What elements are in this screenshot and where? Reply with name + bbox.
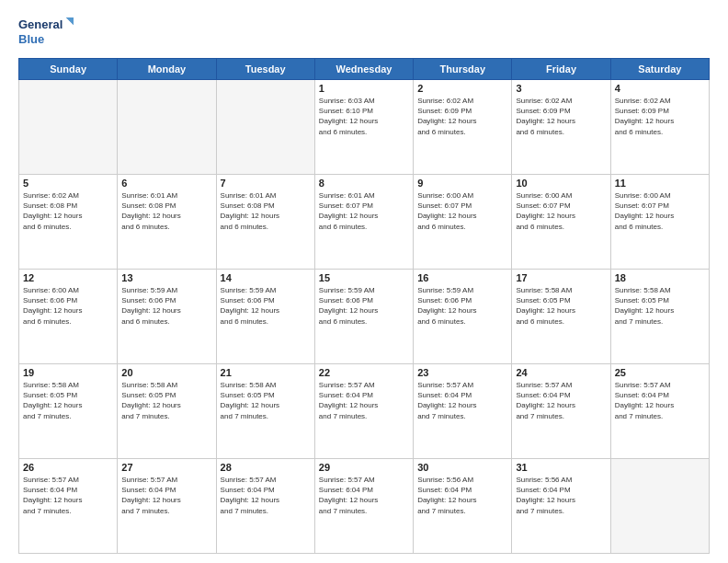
logo-svg: General Blue (18, 14, 74, 49)
calendar-cell: 19Sunrise: 5:58 AM Sunset: 6:05 PM Dayli… (19, 364, 118, 459)
calendar-cell (216, 80, 314, 175)
day-info: Sunrise: 6:01 AM Sunset: 6:08 PM Dayligh… (121, 190, 211, 232)
day-info: Sunrise: 5:59 AM Sunset: 6:06 PM Dayligh… (417, 285, 507, 327)
day-info: Sunrise: 5:58 AM Sunset: 6:05 PM Dayligh… (221, 380, 311, 421)
calendar-cell: 11Sunrise: 6:00 AM Sunset: 6:07 PM Dayli… (610, 175, 709, 270)
days-header-row: SundayMondayTuesdayWednesdayThursdayFrid… (19, 59, 710, 80)
day-header-sunday: Sunday (19, 59, 118, 80)
calendar-cell: 15Sunrise: 5:59 AM Sunset: 6:06 PM Dayli… (314, 270, 413, 364)
svg-marker-3 (66, 17, 74, 25)
day-info: Sunrise: 5:57 AM Sunset: 6:04 PM Dayligh… (23, 475, 113, 516)
calendar-cell (610, 459, 709, 554)
day-info: Sunrise: 5:58 AM Sunset: 6:05 PM Dayligh… (516, 285, 606, 327)
day-number: 30 (417, 462, 507, 473)
calendar-cell: 9Sunrise: 6:00 AM Sunset: 6:07 PM Daylig… (414, 175, 512, 270)
day-number: 24 (516, 367, 606, 378)
day-header-tuesday: Tuesday (216, 59, 314, 80)
day-header-thursday: Thursday (414, 59, 512, 80)
day-info: Sunrise: 6:00 AM Sunset: 6:07 PM Dayligh… (615, 190, 705, 232)
day-info: Sunrise: 5:57 AM Sunset: 6:04 PM Dayligh… (417, 380, 507, 421)
day-number: 23 (417, 367, 507, 378)
svg-text:Blue: Blue (18, 32, 44, 46)
calendar-cell: 30Sunrise: 5:56 AM Sunset: 6:04 PM Dayli… (414, 459, 512, 554)
day-info: Sunrise: 5:59 AM Sunset: 6:06 PM Dayligh… (221, 285, 311, 327)
day-number: 5 (23, 178, 113, 189)
day-info: Sunrise: 5:58 AM Sunset: 6:05 PM Dayligh… (121, 380, 211, 421)
calendar-cell: 6Sunrise: 6:01 AM Sunset: 6:08 PM Daylig… (118, 175, 216, 270)
calendar-cell: 24Sunrise: 5:57 AM Sunset: 6:04 PM Dayli… (512, 364, 610, 459)
day-info: Sunrise: 6:01 AM Sunset: 6:07 PM Dayligh… (319, 190, 409, 232)
day-info: Sunrise: 6:02 AM Sunset: 6:08 PM Dayligh… (23, 190, 113, 232)
day-number: 10 (516, 178, 606, 189)
calendar-cell: 23Sunrise: 5:57 AM Sunset: 6:04 PM Dayli… (414, 364, 512, 459)
day-number: 27 (121, 462, 211, 473)
calendar-cell: 29Sunrise: 5:57 AM Sunset: 6:04 PM Dayli… (314, 459, 413, 554)
calendar-cell: 10Sunrise: 6:00 AM Sunset: 6:07 PM Dayli… (512, 175, 610, 270)
day-number: 26 (23, 462, 113, 473)
week-row-2: 12Sunrise: 6:00 AM Sunset: 6:06 PM Dayli… (19, 270, 710, 364)
calendar-cell: 26Sunrise: 5:57 AM Sunset: 6:04 PM Dayli… (19, 459, 118, 554)
week-row-4: 26Sunrise: 5:57 AM Sunset: 6:04 PM Dayli… (19, 459, 710, 554)
calendar-cell: 25Sunrise: 5:57 AM Sunset: 6:04 PM Dayli… (610, 364, 709, 459)
calendar-cell: 20Sunrise: 5:58 AM Sunset: 6:05 PM Dayli… (118, 364, 216, 459)
day-number: 20 (121, 367, 211, 378)
calendar-cell: 5Sunrise: 6:02 AM Sunset: 6:08 PM Daylig… (19, 175, 118, 270)
week-row-0: 1Sunrise: 6:03 AM Sunset: 6:10 PM Daylig… (19, 80, 710, 175)
logo: General Blue (18, 14, 74, 49)
day-info: Sunrise: 6:02 AM Sunset: 6:09 PM Dayligh… (615, 96, 705, 137)
day-number: 3 (516, 83, 606, 94)
day-number: 18 (615, 272, 705, 283)
day-number: 25 (615, 367, 705, 378)
calendar-cell: 8Sunrise: 6:01 AM Sunset: 6:07 PM Daylig… (314, 175, 413, 270)
calendar-cell: 12Sunrise: 6:00 AM Sunset: 6:06 PM Dayli… (19, 270, 118, 364)
header: General Blue (18, 14, 710, 49)
calendar-cell: 2Sunrise: 6:02 AM Sunset: 6:09 PM Daylig… (414, 80, 512, 175)
calendar-cell: 17Sunrise: 5:58 AM Sunset: 6:05 PM Dayli… (512, 270, 610, 364)
day-number: 29 (319, 462, 409, 473)
day-number: 8 (319, 178, 409, 189)
day-info: Sunrise: 6:00 AM Sunset: 6:07 PM Dayligh… (516, 190, 606, 232)
calendar-cell: 31Sunrise: 5:56 AM Sunset: 6:04 PM Dayli… (512, 459, 610, 554)
calendar-cell: 21Sunrise: 5:58 AM Sunset: 6:05 PM Dayli… (216, 364, 314, 459)
day-header-wednesday: Wednesday (314, 59, 413, 80)
calendar-cell: 27Sunrise: 5:57 AM Sunset: 6:04 PM Dayli… (118, 459, 216, 554)
calendar-cell: 18Sunrise: 5:58 AM Sunset: 6:05 PM Dayli… (610, 270, 709, 364)
week-row-1: 5Sunrise: 6:02 AM Sunset: 6:08 PM Daylig… (19, 175, 710, 270)
day-info: Sunrise: 5:58 AM Sunset: 6:05 PM Dayligh… (615, 285, 705, 327)
day-info: Sunrise: 5:56 AM Sunset: 6:04 PM Dayligh… (417, 475, 507, 516)
day-number: 4 (615, 83, 705, 94)
day-info: Sunrise: 5:57 AM Sunset: 6:04 PM Dayligh… (319, 380, 409, 421)
calendar-cell: 4Sunrise: 6:02 AM Sunset: 6:09 PM Daylig… (610, 80, 709, 175)
calendar-cell: 13Sunrise: 5:59 AM Sunset: 6:06 PM Dayli… (118, 270, 216, 364)
calendar-cell: 28Sunrise: 5:57 AM Sunset: 6:04 PM Dayli… (216, 459, 314, 554)
day-info: Sunrise: 6:01 AM Sunset: 6:08 PM Dayligh… (221, 190, 311, 232)
day-info: Sunrise: 6:02 AM Sunset: 6:09 PM Dayligh… (417, 96, 507, 137)
day-number: 21 (221, 367, 311, 378)
day-info: Sunrise: 5:58 AM Sunset: 6:05 PM Dayligh… (23, 380, 113, 421)
day-number: 31 (516, 462, 606, 473)
day-info: Sunrise: 6:00 AM Sunset: 6:06 PM Dayligh… (23, 285, 113, 327)
page: General Blue SundayMondayTuesdayWednesda… (0, 0, 728, 563)
day-number: 9 (417, 178, 507, 189)
day-info: Sunrise: 5:56 AM Sunset: 6:04 PM Dayligh… (516, 475, 606, 516)
calendar-cell (19, 80, 118, 175)
calendar-cell: 14Sunrise: 5:59 AM Sunset: 6:06 PM Dayli… (216, 270, 314, 364)
day-info: Sunrise: 5:57 AM Sunset: 6:04 PM Dayligh… (516, 380, 606, 421)
day-number: 17 (516, 272, 606, 283)
day-info: Sunrise: 5:57 AM Sunset: 6:04 PM Dayligh… (319, 475, 409, 516)
day-number: 7 (221, 178, 311, 189)
day-number: 16 (417, 272, 507, 283)
day-number: 2 (417, 83, 507, 94)
day-info: Sunrise: 5:57 AM Sunset: 6:04 PM Dayligh… (615, 380, 705, 421)
day-number: 1 (319, 83, 409, 94)
calendar-cell: 1Sunrise: 6:03 AM Sunset: 6:10 PM Daylig… (314, 80, 413, 175)
day-header-monday: Monday (118, 59, 216, 80)
calendar-table: SundayMondayTuesdayWednesdayThursdayFrid… (18, 58, 710, 554)
day-number: 6 (121, 178, 211, 189)
calendar-cell: 22Sunrise: 5:57 AM Sunset: 6:04 PM Dayli… (314, 364, 413, 459)
day-number: 19 (23, 367, 113, 378)
day-header-friday: Friday (512, 59, 610, 80)
day-info: Sunrise: 5:57 AM Sunset: 6:04 PM Dayligh… (121, 475, 211, 516)
day-info: Sunrise: 6:03 AM Sunset: 6:10 PM Dayligh… (319, 96, 409, 137)
day-info: Sunrise: 6:00 AM Sunset: 6:07 PM Dayligh… (417, 190, 507, 232)
